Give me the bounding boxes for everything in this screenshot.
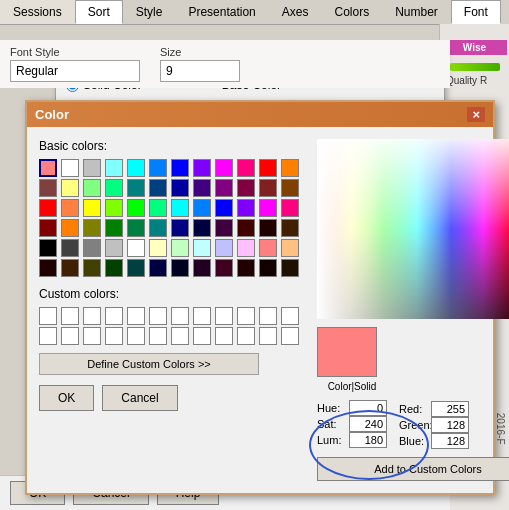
basic-color-swatch[interactable] xyxy=(83,259,101,277)
basic-color-swatch[interactable] xyxy=(171,219,189,237)
basic-color-swatch[interactable] xyxy=(105,179,123,197)
basic-color-swatch[interactable] xyxy=(171,179,189,197)
basic-color-swatch[interactable] xyxy=(105,259,123,277)
basic-color-swatch[interactable] xyxy=(193,219,211,237)
custom-color-swatch[interactable] xyxy=(105,307,123,325)
basic-color-swatch[interactable] xyxy=(237,199,255,217)
tab-font[interactable]: Font xyxy=(451,0,501,24)
basic-color-swatch[interactable] xyxy=(259,179,277,197)
basic-color-swatch[interactable] xyxy=(127,179,145,197)
basic-color-swatch[interactable] xyxy=(193,259,211,277)
basic-color-swatch[interactable] xyxy=(259,199,277,217)
basic-color-swatch[interactable] xyxy=(39,259,57,277)
basic-color-swatch[interactable] xyxy=(281,159,299,177)
red-input[interactable] xyxy=(431,401,469,417)
basic-color-swatch[interactable] xyxy=(83,219,101,237)
basic-color-swatch[interactable] xyxy=(61,199,79,217)
basic-color-swatch[interactable] xyxy=(193,179,211,197)
custom-color-swatch[interactable] xyxy=(83,307,101,325)
custom-color-swatch[interactable] xyxy=(61,327,79,345)
basic-color-swatch[interactable] xyxy=(39,199,57,217)
basic-color-swatch[interactable] xyxy=(39,159,57,177)
custom-color-swatch[interactable] xyxy=(259,307,277,325)
basic-color-swatch[interactable] xyxy=(83,239,101,257)
basic-color-swatch[interactable] xyxy=(237,219,255,237)
basic-color-swatch[interactable] xyxy=(259,259,277,277)
custom-color-swatch[interactable] xyxy=(39,307,57,325)
basic-color-swatch[interactable] xyxy=(149,239,167,257)
custom-color-swatch[interactable] xyxy=(105,327,123,345)
hue-input[interactable] xyxy=(349,400,387,416)
basic-color-swatch[interactable] xyxy=(149,219,167,237)
basic-color-swatch[interactable] xyxy=(171,199,189,217)
tab-layout[interactable]: Layout xyxy=(501,0,509,24)
tab-presentation[interactable]: Presentation xyxy=(175,0,268,24)
basic-color-swatch[interactable] xyxy=(127,259,145,277)
basic-color-swatch[interactable] xyxy=(193,199,211,217)
basic-color-swatch[interactable] xyxy=(237,159,255,177)
basic-color-swatch[interactable] xyxy=(281,219,299,237)
basic-color-swatch[interactable] xyxy=(39,239,57,257)
basic-color-swatch[interactable] xyxy=(83,199,101,217)
basic-color-swatch[interactable] xyxy=(127,199,145,217)
basic-color-swatch[interactable] xyxy=(105,239,123,257)
basic-color-swatch[interactable] xyxy=(237,239,255,257)
basic-color-swatch[interactable] xyxy=(127,239,145,257)
custom-color-swatch[interactable] xyxy=(127,307,145,325)
custom-color-swatch[interactable] xyxy=(237,307,255,325)
basic-color-swatch[interactable] xyxy=(215,239,233,257)
basic-color-swatch[interactable] xyxy=(105,159,123,177)
custom-color-swatch[interactable] xyxy=(61,307,79,325)
basic-color-swatch[interactable] xyxy=(215,219,233,237)
custom-color-swatch[interactable] xyxy=(215,307,233,325)
basic-color-swatch[interactable] xyxy=(259,159,277,177)
custom-color-swatch[interactable] xyxy=(149,307,167,325)
basic-color-swatch[interactable] xyxy=(193,159,211,177)
basic-color-swatch[interactable] xyxy=(215,259,233,277)
basic-color-swatch[interactable] xyxy=(149,179,167,197)
basic-color-swatch[interactable] xyxy=(83,159,101,177)
custom-color-swatch[interactable] xyxy=(215,327,233,345)
custom-color-swatch[interactable] xyxy=(171,327,189,345)
custom-color-swatch[interactable] xyxy=(281,307,299,325)
custom-color-swatch[interactable] xyxy=(281,327,299,345)
custom-color-swatch[interactable] xyxy=(171,307,189,325)
sat-input[interactable] xyxy=(349,416,387,432)
basic-color-swatch[interactable] xyxy=(259,239,277,257)
basic-color-swatch[interactable] xyxy=(149,259,167,277)
add-to-custom-btn[interactable]: Add to Custom Colors xyxy=(317,457,509,481)
basic-color-swatch[interactable] xyxy=(259,219,277,237)
tab-sort[interactable]: Sort xyxy=(75,0,123,24)
basic-color-swatch[interactable] xyxy=(61,219,79,237)
ok-button[interactable]: OK xyxy=(39,385,94,411)
custom-color-swatch[interactable] xyxy=(193,307,211,325)
basic-color-swatch[interactable] xyxy=(105,219,123,237)
basic-color-swatch[interactable] xyxy=(171,259,189,277)
custom-color-swatch[interactable] xyxy=(149,327,167,345)
basic-color-swatch[interactable] xyxy=(149,199,167,217)
basic-color-swatch[interactable] xyxy=(127,159,145,177)
custom-color-swatch[interactable] xyxy=(127,327,145,345)
basic-color-swatch[interactable] xyxy=(61,159,79,177)
green-input[interactable] xyxy=(431,417,469,433)
basic-color-swatch[interactable] xyxy=(39,219,57,237)
basic-color-swatch[interactable] xyxy=(127,219,145,237)
basic-color-swatch[interactable] xyxy=(149,159,167,177)
basic-color-swatch[interactable] xyxy=(171,239,189,257)
basic-color-swatch[interactable] xyxy=(237,259,255,277)
basic-color-swatch[interactable] xyxy=(193,239,211,257)
basic-color-swatch[interactable] xyxy=(281,179,299,197)
blue-input[interactable] xyxy=(431,433,469,449)
custom-color-swatch[interactable] xyxy=(237,327,255,345)
basic-color-swatch[interactable] xyxy=(171,159,189,177)
basic-color-swatch[interactable] xyxy=(105,199,123,217)
tab-number[interactable]: Number xyxy=(382,0,451,24)
tab-axes[interactable]: Axes xyxy=(269,0,322,24)
tab-sessions[interactable]: Sessions xyxy=(0,0,75,24)
basic-color-swatch[interactable] xyxy=(61,179,79,197)
custom-color-swatch[interactable] xyxy=(193,327,211,345)
tab-style[interactable]: Style xyxy=(123,0,176,24)
basic-color-swatch[interactable] xyxy=(281,259,299,277)
custom-color-swatch[interactable] xyxy=(259,327,277,345)
tab-colors[interactable]: Colors xyxy=(321,0,382,24)
